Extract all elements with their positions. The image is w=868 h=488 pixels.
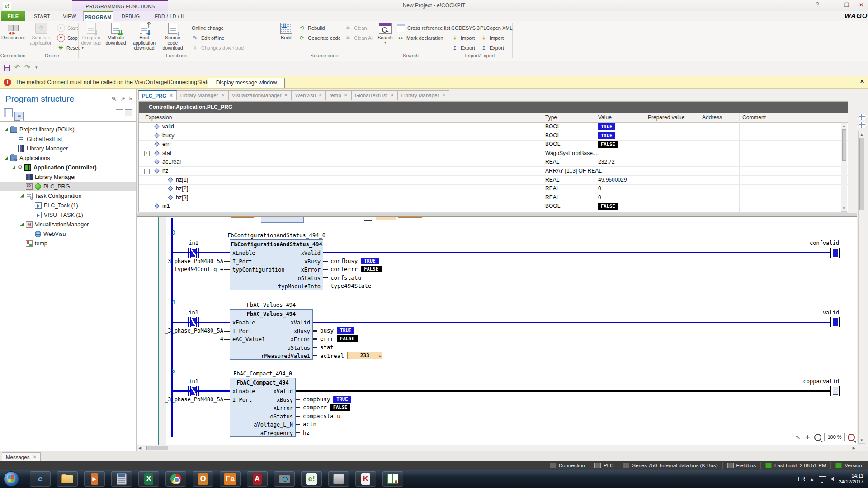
doc-tab-temp[interactable]: temp✕ [326, 90, 351, 100]
status-series-750-internal-data-bus-k-bus-[interactable]: Series 750: Internal data bus (K-Bus) [618, 462, 722, 469]
online-change-button[interactable]: Online change [192, 24, 224, 32]
column-expression[interactable]: Expression [145, 113, 172, 122]
fbd-editor[interactable]: 3FbConfigurationAndStatus_494_0in1FbConf… [137, 217, 857, 445]
row-expander-icon[interactable]: + [144, 151, 150, 156]
sidebar-item-application-controller-[interactable]: ⚙Application (Controller) [0, 163, 136, 172]
negated-contact-icon[interactable] [188, 248, 199, 258]
sidebar-item-globaltextlist[interactable]: GlobalTextList [0, 134, 136, 144]
watch-scrollbar[interactable]: ▲ ▼ [841, 122, 847, 212]
doc-tab-close-icon[interactable]: ✕ [221, 91, 224, 100]
tab-fbd-ld-il[interactable]: FBD / LD / IL [148, 11, 192, 21]
table-view-icon[interactable] [859, 114, 865, 120]
save-button[interactable] [4, 65, 10, 71]
taskbar-app-outlook[interactable]: O [193, 471, 213, 487]
table-row[interactable]: in1BOOLFALSE [139, 202, 848, 211]
tab-file[interactable]: FILE [1, 11, 25, 21]
expand-all-icon[interactable] [116, 109, 123, 118]
close-button[interactable]: ✕ [854, 0, 868, 10]
taskbar-app-file-explorer[interactable] [57, 471, 78, 487]
taskbar-app-fa-app[interactable]: Fa [220, 471, 241, 487]
table-row[interactable]: errrBOOLFALSE [139, 140, 848, 149]
boot-application-download-button[interactable]: ⇓⚙ Boot application download [129, 23, 159, 51]
expander-icon[interactable] [20, 194, 24, 198]
expander-icon[interactable] [5, 156, 8, 160]
mark-declaration-button[interactable]: ●● Mark declaration [397, 34, 443, 42]
doc-tab-globaltextlist[interactable]: GlobalTextList✕ [351, 90, 398, 100]
language-indicator[interactable]: FR [798, 476, 805, 482]
status-plc[interactable]: PLC [590, 462, 618, 469]
message-bar-close-icon[interactable]: ✕ [858, 78, 866, 86]
taskbar-app-calculator[interactable] [111, 471, 132, 487]
status-fieldbus[interactable]: Fieldbus [722, 462, 760, 469]
status-version-[interactable]: Version: [830, 462, 868, 469]
taskbar-app-table-app[interactable] [382, 471, 403, 487]
generate-code-button[interactable]: ⟳ Generate code [298, 34, 341, 42]
display-message-window-button[interactable]: Display message window [208, 78, 285, 88]
negated-contact-icon[interactable] [188, 317, 199, 327]
taskbar-app-keepass[interactable]: K [355, 471, 376, 487]
status-last-build-2-06-51-pm[interactable]: Last build: 2:06:51 PM [760, 462, 830, 469]
doc-tab-webvisu[interactable]: WebVisu✕ [292, 90, 326, 100]
tab-program[interactable]: PROGRAM [83, 11, 113, 21]
function-block[interactable]: FbAC_Compact_494xEnablexValidI_PortxBusy… [230, 378, 296, 437]
plcopen-import-button[interactable]: ↧ Import [480, 34, 504, 42]
codesys-export-button[interactable]: ↥ Export [451, 44, 475, 52]
sidebar-item-library-manager[interactable]: Library Manager [0, 172, 136, 182]
doc-tab-close-icon[interactable]: ✕ [344, 91, 348, 100]
help-icon[interactable]: ? [813, 1, 822, 10]
pan-icon[interactable]: ✛ [804, 434, 811, 441]
expander-icon[interactable] [20, 223, 24, 226]
taskbar-app-internet-explorer[interactable]: e [30, 471, 51, 487]
expander-icon[interactable] [12, 166, 15, 169]
sidebar-item-task-configuration[interactable]: Task Configuration [0, 191, 136, 201]
edit-offline-button[interactable]: ✎ Edit offline [192, 34, 224, 42]
sidebar-item-plc-task-1-[interactable]: PLC_Task (1) [0, 201, 136, 210]
clean-button[interactable]: ✖ Clean [344, 24, 367, 32]
row-expander-icon[interactable]: - [144, 169, 150, 174]
source-code-download-button[interactable]: ↓ Source code download [160, 23, 185, 51]
column-prepared-value[interactable]: Prepared value [648, 113, 684, 122]
zoom-fit-icon[interactable] [848, 434, 855, 441]
negated-contact-icon[interactable] [188, 386, 199, 396]
clean-all-button[interactable]: ✖ Clean All [344, 34, 373, 42]
sidebar-item-visualizationmanager[interactable]: VisualizationManager [0, 220, 136, 229]
panel-close-icon[interactable]: ✕ [128, 96, 133, 102]
tab-view[interactable]: VIEW [58, 11, 81, 21]
zoom-level[interactable]: 100 % [824, 433, 845, 441]
coil-icon[interactable] [830, 386, 841, 396]
status-connection[interactable]: Connection [545, 462, 590, 469]
rebuild-button[interactable]: ⟲ Rebuild [298, 24, 325, 32]
doc-tab-close-icon[interactable]: ✕ [319, 91, 322, 100]
doc-tab-visualizationmanager[interactable]: VisualizationManager✕ [228, 90, 292, 100]
multiple-download-button[interactable]: ⇊ Multiple download [104, 23, 127, 46]
taskbar-app-chrome[interactable] [165, 471, 186, 487]
doc-tab-close-icon[interactable]: ✕ [442, 91, 445, 100]
sidebar-item-project-library-pous-[interactable]: Project library (POUs) [0, 125, 136, 134]
expander-icon[interactable] [5, 128, 8, 131]
panel-pin-icon[interactable]: 📌︎ [120, 96, 126, 102]
collapse-all-icon[interactable] [125, 109, 132, 118]
column-address[interactable]: Address [702, 113, 722, 122]
select-cursor-icon[interactable]: ↖ [794, 434, 802, 441]
table-row[interactable]: hz[1]REAL49.9600029 [139, 176, 848, 185]
column-value[interactable]: Value [598, 113, 612, 122]
sidebar-item-webvisu[interactable]: WebVisu [0, 229, 136, 239]
simulate-application-button[interactable]: ⚙ Simulate application [28, 23, 54, 46]
table-row[interactable]: hz[3]REAL0 [139, 193, 848, 202]
stop-button[interactable]: ■ Stop [57, 34, 78, 42]
undo-button[interactable]: ↶ [14, 63, 20, 71]
tab-debug[interactable]: DEBUG [116, 11, 146, 21]
messages-tab-close-icon[interactable]: ✕ [33, 455, 36, 460]
sidebar-item-library-manager[interactable]: Library Manager [0, 144, 136, 153]
value-box[interactable]: 233 [347, 352, 382, 359]
coil-icon[interactable] [830, 317, 841, 327]
cross-reference-list-button[interactable]: Cross reference list [397, 24, 450, 32]
splitter-handle[interactable] [137, 213, 857, 217]
quick-access-dropdown-icon[interactable]: ▾ [35, 65, 38, 70]
redo-button[interactable]: ↷ [24, 63, 30, 71]
start-button[interactable]: ▶ Start [57, 24, 78, 32]
editor-horizontal-scrollbar[interactable]: ◀ ▶ [137, 445, 857, 451]
search-button[interactable]: Search ▾ [376, 23, 394, 45]
sidebar-item-temp[interactable]: temp [0, 239, 136, 248]
clock[interactable]: 14:11 24/12/2017 [839, 473, 866, 485]
